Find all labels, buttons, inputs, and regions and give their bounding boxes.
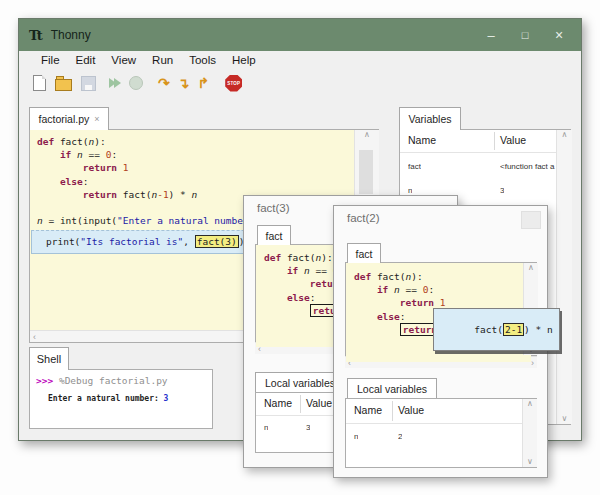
- scroll-up-icon[interactable]: ∧: [562, 130, 568, 140]
- column-header-name[interactable]: Name: [354, 404, 382, 416]
- variables-scrollbar[interactable]: ∧ ∨: [556, 130, 572, 424]
- menu-item-help[interactable]: Help: [224, 54, 264, 66]
- variables-tab[interactable]: Variables: [399, 107, 461, 130]
- shell-prompt: >>>: [36, 375, 53, 386]
- stop-button[interactable]: STOP: [225, 72, 242, 94]
- column-divider[interactable]: [300, 395, 301, 413]
- titlebar[interactable]: Tt Thonny – □ ×: [19, 19, 581, 51]
- column-divider[interactable]: [392, 401, 393, 421]
- popup-text: ) * n: [524, 324, 553, 335]
- run-button[interactable]: [109, 72, 119, 94]
- step-out-icon: ↱: [197, 76, 209, 90]
- step-into-button[interactable]: ↴: [178, 72, 190, 94]
- toolbar: ↷ ↴ ↱ STOP: [19, 69, 581, 97]
- menu-item-run[interactable]: Run: [144, 54, 181, 66]
- column-header-name[interactable]: Name: [264, 397, 292, 409]
- shell-panel[interactable]: >>> %Debug factorial.py Enter a natural …: [29, 369, 213, 429]
- minimize-button[interactable]: –: [475, 19, 507, 51]
- code-line: if n == 0:: [354, 283, 531, 296]
- step-out-button[interactable]: ↱: [197, 72, 209, 94]
- stop-icon: STOP: [225, 75, 242, 92]
- debug-button[interactable]: [129, 72, 143, 94]
- local-variables-tab[interactable]: Local variables: [255, 372, 345, 392]
- dialog-button[interactable]: [521, 211, 541, 229]
- debug-icon: [129, 76, 143, 90]
- shell-tab-label: Shell: [37, 353, 61, 365]
- thonny-logo-icon: Tt: [29, 28, 41, 43]
- dialog-fact2[interactable]: fact(2) fact def fact(n): if n == 0: ret…: [333, 205, 548, 478]
- dialog-tab-label: fact: [266, 230, 283, 242]
- shell-output: Enter a natural number:: [48, 394, 164, 403]
- desktop: Tt Thonny – □ × FileEditViewRunToolsHelp…: [0, 0, 600, 495]
- menu-item-file[interactable]: File: [33, 54, 68, 66]
- local-variables-table: Name Value n 2 ∧ ∨: [345, 398, 537, 468]
- variable-value: 3: [306, 423, 310, 432]
- dialog-fact2-tab[interactable]: fact: [347, 243, 381, 263]
- dialog-title: fact(2): [347, 212, 380, 224]
- dialog-fact3-tab[interactable]: fact: [257, 225, 291, 245]
- menu-item-view[interactable]: View: [103, 54, 144, 66]
- open-folder-icon: [55, 79, 72, 91]
- shell-input-echo: 3: [164, 394, 169, 403]
- column-header-value[interactable]: Value: [500, 134, 526, 146]
- save-icon: [81, 76, 96, 91]
- variable-value: <function fact a: [500, 162, 555, 171]
- variables-tab-label: Variables: [409, 113, 452, 125]
- code-line: else:: [37, 175, 361, 188]
- menu-item-edit[interactable]: Edit: [68, 54, 104, 66]
- editor-tab-close-icon[interactable]: ×: [94, 114, 99, 124]
- variable-value: 2: [398, 432, 402, 441]
- menubar: FileEditViewRunToolsHelp: [19, 51, 581, 69]
- scroll-down-icon[interactable]: ∨: [562, 414, 568, 424]
- code-line: def fact(n):: [354, 270, 531, 283]
- variable-value: 3: [500, 186, 504, 195]
- step-into-icon: ↴: [178, 76, 190, 90]
- maximize-button[interactable]: □: [509, 19, 541, 51]
- local-variables-tab-label: Local variables: [265, 377, 335, 389]
- run-icon: [109, 78, 119, 88]
- open-file-button[interactable]: [55, 72, 72, 94]
- code-line: if n == 0:: [37, 148, 361, 161]
- popup-text: fact(: [474, 324, 503, 335]
- close-button[interactable]: ×: [543, 19, 575, 51]
- column-divider[interactable]: [494, 132, 495, 150]
- menu-item-tools[interactable]: Tools: [181, 54, 224, 66]
- header-divider: [346, 423, 522, 424]
- dialog-tab-label: fact: [356, 248, 373, 260]
- step-over-icon: ↷: [158, 76, 170, 90]
- editor-tab-label: factorial.py: [38, 113, 89, 125]
- scroll-up-icon[interactable]: ∧: [528, 263, 534, 273]
- scroll-left-icon[interactable]: ‹: [33, 332, 36, 342]
- shell-line: Enter a natural number: 3: [48, 394, 168, 403]
- shell-line: >>> %Debug factorial.py: [36, 375, 168, 386]
- evaluation-popup: fact(2-1) * n: [433, 308, 560, 351]
- variable-name: n: [408, 186, 412, 195]
- dialog-title: fact(3): [257, 202, 290, 214]
- dialog-table-scrollbar[interactable]: ∧ ∨: [522, 399, 537, 467]
- editor-tab[interactable]: factorial.py ×: [29, 107, 109, 130]
- code-line: def fact(n):: [37, 135, 361, 148]
- window-title: Thonny: [51, 28, 91, 42]
- variable-name: n: [264, 423, 268, 432]
- step-over-button[interactable]: ↷: [158, 72, 170, 94]
- header-divider: [400, 152, 556, 153]
- new-file-icon: [33, 75, 46, 91]
- local-variables-tab[interactable]: Local variables: [347, 378, 437, 398]
- shell-tab[interactable]: Shell: [29, 347, 69, 370]
- shell-command: %Debug factorial.py: [59, 375, 168, 386]
- column-header-value[interactable]: Value: [398, 404, 424, 416]
- column-header-value[interactable]: Value: [306, 397, 332, 409]
- variable-name: fact: [408, 162, 421, 171]
- popup-highlight: 2-1: [503, 323, 524, 336]
- scroll-up-icon[interactable]: ∧: [364, 130, 370, 140]
- local-variables-tab-label: Local variables: [357, 383, 427, 395]
- column-header-name[interactable]: Name: [408, 134, 436, 146]
- new-file-button[interactable]: [33, 72, 46, 94]
- variable-name: n: [354, 432, 358, 441]
- scroll-down-icon[interactable]: ∨: [527, 457, 533, 467]
- scroll-up-icon[interactable]: ∧: [527, 399, 533, 409]
- save-button[interactable]: [81, 72, 96, 94]
- code-line: return 1: [37, 161, 361, 174]
- scroll-right-icon[interactable]: ›: [531, 358, 534, 368]
- scrollbar-thumb[interactable]: [359, 150, 373, 194]
